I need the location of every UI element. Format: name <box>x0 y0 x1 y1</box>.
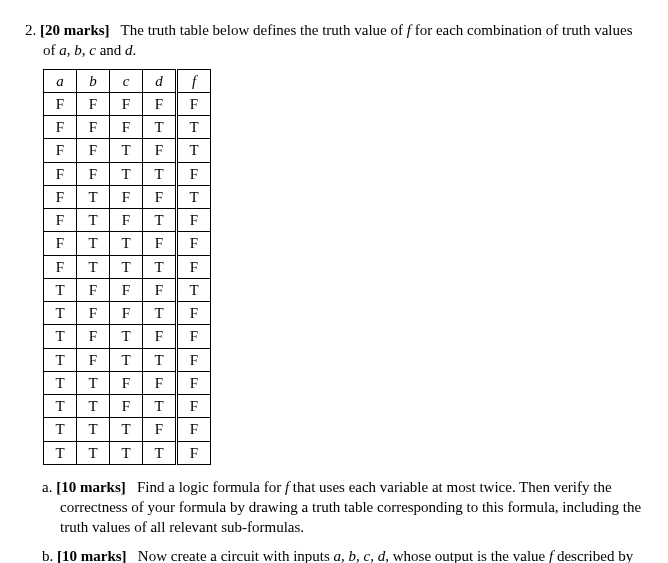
table-cell: T <box>110 139 143 162</box>
table-row: TFTFF <box>44 325 211 348</box>
table-cell: T <box>77 255 110 278</box>
table-cell: F <box>77 92 110 115</box>
table-cell: T <box>110 325 143 348</box>
table-cell: F <box>77 325 110 348</box>
table-cell: F <box>110 302 143 325</box>
table-cell: F <box>177 302 211 325</box>
table-row: FFTTF <box>44 162 211 185</box>
part-a-marks: [10 marks] <box>56 479 126 495</box>
table-cell: F <box>177 92 211 115</box>
part-b-text-2: , whose output is the value <box>385 548 549 564</box>
part-a-text-1: Find a logic formula for <box>137 479 285 495</box>
col-f: f <box>177 69 211 92</box>
table-cell: T <box>143 441 177 464</box>
table-cell: F <box>44 255 77 278</box>
table-cell: T <box>177 139 211 162</box>
table-cell: T <box>143 302 177 325</box>
table-cell: F <box>143 232 177 255</box>
table-cell: F <box>77 162 110 185</box>
table-cell: T <box>77 395 110 418</box>
table-cell: T <box>44 325 77 348</box>
table-cell: F <box>110 116 143 139</box>
table-cell: T <box>44 371 77 394</box>
table-cell: F <box>143 92 177 115</box>
table-row: FFFFF <box>44 92 211 115</box>
col-c: c <box>110 69 143 92</box>
table-row: FFFTT <box>44 116 211 139</box>
table-cell: F <box>77 139 110 162</box>
table-cell: T <box>143 162 177 185</box>
col-b: b <box>77 69 110 92</box>
table-cell: F <box>177 371 211 394</box>
part-a: a. [10 marks] Find a logic formula for f… <box>60 477 643 538</box>
table-cell: T <box>77 209 110 232</box>
table-cell: T <box>110 232 143 255</box>
part-b-vars: a, b, c, d <box>334 548 386 564</box>
table-cell: F <box>177 441 211 464</box>
table-cell: F <box>44 232 77 255</box>
table-cell: F <box>177 325 211 348</box>
table-cell: T <box>110 441 143 464</box>
table-cell: F <box>177 348 211 371</box>
table-row: TFFTF <box>44 302 211 325</box>
part-b-marks: [10 marks] <box>57 548 127 564</box>
table-row: TTTFF <box>44 418 211 441</box>
table-cell: T <box>77 441 110 464</box>
truth-table: a b c d f FFFFFFFFTTFFTFTFFTTFFTFFTFTFTF… <box>43 69 211 465</box>
table-cell: T <box>44 278 77 301</box>
part-b-label: b. <box>42 548 53 564</box>
table-cell: F <box>77 116 110 139</box>
intro-vars: a, b, c <box>59 42 96 58</box>
table-header-row: a b c d f <box>44 69 211 92</box>
table-cell: F <box>110 185 143 208</box>
table-cell: T <box>177 116 211 139</box>
table-cell: F <box>110 395 143 418</box>
table-cell: F <box>77 302 110 325</box>
table-cell: T <box>110 348 143 371</box>
table-cell: F <box>44 139 77 162</box>
table-cell: T <box>110 418 143 441</box>
question-header: 2. [20 marks] The truth table below defi… <box>43 20 643 61</box>
table-cell: F <box>143 371 177 394</box>
table-cell: F <box>177 395 211 418</box>
table-cell: T <box>177 278 211 301</box>
table-cell: T <box>110 255 143 278</box>
table-cell: T <box>44 441 77 464</box>
table-cell: F <box>110 278 143 301</box>
intro-text-3: and <box>96 42 125 58</box>
table-row: FTTTF <box>44 255 211 278</box>
table-cell: F <box>44 162 77 185</box>
table-cell: F <box>44 116 77 139</box>
table-cell: F <box>44 92 77 115</box>
table-cell: T <box>44 348 77 371</box>
table-cell: F <box>110 209 143 232</box>
table-cell: T <box>44 395 77 418</box>
part-b: b. [10 marks] Now create a circuit with … <box>60 546 643 564</box>
table-cell: F <box>177 209 211 232</box>
table-cell: T <box>77 232 110 255</box>
table-cell: T <box>143 395 177 418</box>
table-cell: T <box>44 302 77 325</box>
table-cell: F <box>44 185 77 208</box>
table-cell: F <box>143 185 177 208</box>
table-cell: F <box>44 209 77 232</box>
table-cell: T <box>143 116 177 139</box>
table-row: FTFFT <box>44 185 211 208</box>
table-row: TFTTF <box>44 348 211 371</box>
table-row: TFFFT <box>44 278 211 301</box>
table-row: FFTFT <box>44 139 211 162</box>
table-cell: T <box>143 209 177 232</box>
table-cell: F <box>77 278 110 301</box>
table-row: TTTTF <box>44 441 211 464</box>
col-d: d <box>143 69 177 92</box>
table-cell: T <box>143 255 177 278</box>
intro-text-4: . <box>133 42 137 58</box>
table-row: TTFFF <box>44 371 211 394</box>
part-a-label: a. <box>42 479 52 495</box>
table-cell: F <box>143 139 177 162</box>
table-cell: F <box>143 278 177 301</box>
question-number: 2. <box>25 22 36 38</box>
part-b-text-1: Now create a circuit with inputs <box>138 548 334 564</box>
table-cell: T <box>143 348 177 371</box>
table-cell: F <box>77 348 110 371</box>
